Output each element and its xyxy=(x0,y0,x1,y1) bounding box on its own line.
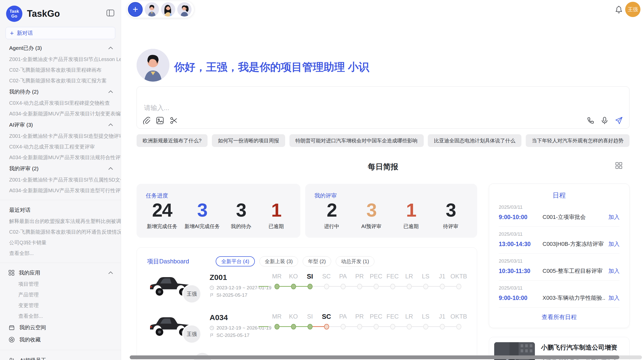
microphone-icon[interactable] xyxy=(601,117,608,124)
section-title: 我的评审 (2) xyxy=(9,165,39,172)
project-code[interactable]: Z001 xyxy=(210,273,271,282)
stat-label: 进行中 xyxy=(318,223,346,230)
brief-layout-icon[interactable] xyxy=(616,162,622,169)
notifications-bell-icon[interactable] xyxy=(615,6,623,14)
persona-avatar-2[interactable] xyxy=(161,2,175,17)
scissors-icon[interactable] xyxy=(170,117,178,124)
suggestion-chip[interactable]: 特朗普可能对进口汽车增税会对中国车企造成哪些影响 xyxy=(289,134,424,147)
recent-chat-item[interactable]: C02-飞腾新能源轻客改款项目的闭环通告反馈情况 xyxy=(0,227,121,237)
persona-avatar-1[interactable] xyxy=(145,2,159,17)
flag-icon xyxy=(210,333,214,338)
sidebar-sections: Agent已办 (3)Z001-全新燃油皮卡产品开发项目SI节点Lesson L… xyxy=(0,42,121,196)
sidebar-item[interactable]: A034-全新新能源MUV产品开发项目造型可行性评审 xyxy=(0,185,121,196)
suggestion-chip[interactable]: 比亚迪全固态电池计划具体说了什么 xyxy=(428,134,521,147)
sidebar-section-header[interactable]: 我的评审 (2) xyxy=(0,163,121,174)
milestone-label: OKTB xyxy=(450,272,467,281)
persona-avatar-3[interactable] xyxy=(177,2,192,17)
sidebar-item[interactable]: C0X4-动力总成开发项目SI里程碑提交物检查 xyxy=(0,98,121,108)
project-flag: SC-2025-05-17 xyxy=(216,333,250,338)
sidebar-section-header[interactable]: Agent已办 (3) xyxy=(0,42,121,54)
divider xyxy=(0,263,121,263)
new-chat-button[interactable]: + 新对话 xyxy=(6,27,115,39)
user-avatar[interactable]: 王强 xyxy=(625,2,640,17)
recent-chat-item[interactable]: 解释最新出台的欧盟报废车法规再生塑料比例被调至15%... xyxy=(0,216,121,227)
milestone-label: FEC xyxy=(384,272,401,281)
sidebar-item[interactable]: C02-飞腾新能源轻客改款项目立项汇报方案 xyxy=(0,75,121,86)
milestone-fec: FEC xyxy=(384,272,401,293)
sidebar-section-header[interactable]: AI评审 (3) xyxy=(0,119,121,131)
image-icon[interactable] xyxy=(156,117,164,124)
join-button[interactable]: 加入 xyxy=(608,240,620,248)
sidebar-item-label: 我的云空间 xyxy=(19,324,46,331)
stat-value: 2 xyxy=(318,200,346,220)
sidebar-item[interactable]: Z001-全新燃油轻卡产品开发项目SI造型提交物评审 xyxy=(0,131,121,141)
sidebar-item-AI超级员工[interactable]: AI超级员工 xyxy=(0,354,121,360)
daily-brief-title: 每日简报 xyxy=(137,162,630,172)
sidebar-item-label: 我的收藏 xyxy=(19,336,41,343)
sidebar-item[interactable]: A034-全新新能源MUV产品开发项目法规符合性评审 xyxy=(0,152,121,163)
project-code[interactable]: A034 xyxy=(210,313,271,322)
milestone-stepper: MRKOSISCPAPRPECFECLRLSJ1OKTB xyxy=(269,272,472,293)
project-flag: SI-2025-05-17 xyxy=(216,292,247,298)
recent-chat-item[interactable]: 公司Q3轻卡销量 xyxy=(0,237,121,248)
milestone-dot xyxy=(374,324,379,329)
suggestion-chip[interactable]: 当下年轻人对汽车外观有怎样的喜好趋势 xyxy=(526,134,630,147)
my-apps-header[interactable]: 我的应用 xyxy=(0,267,121,279)
dashboard-tab[interactable]: 年型 (2) xyxy=(303,256,331,266)
app-item[interactable]: 变更管理 xyxy=(0,300,121,311)
logo-text-top: Task xyxy=(9,9,19,14)
sidebar-item[interactable]: Z001-全新燃油轻卡产品开发项目SI节点属性5D文件评审 xyxy=(0,174,121,185)
join-button[interactable]: 加入 xyxy=(608,213,620,221)
sidebar-collapse-icon[interactable] xyxy=(107,10,114,16)
milestone-label: LS xyxy=(417,272,434,281)
app-item[interactable]: 项目管理 xyxy=(0,279,121,289)
milestone-label: MR xyxy=(269,272,285,281)
dashboard-tab[interactable]: 全新平台 (4) xyxy=(216,256,255,266)
persona-switcher: + xyxy=(127,1,194,18)
chat-input-placeholder: 请输入... xyxy=(144,103,169,112)
sidebar-item[interactable]: C02-飞腾新能源轻客改款项目里程碑画布 xyxy=(0,65,121,75)
attachment-icon[interactable] xyxy=(143,117,150,124)
view-all-schedule-link[interactable]: 查看所有日程 xyxy=(499,308,620,327)
milestone-ls: LS xyxy=(417,312,434,333)
join-button[interactable]: 加入 xyxy=(608,294,620,302)
suggestion-chip[interactable]: 如何写一份清晰的项目周报 xyxy=(212,134,285,147)
phone-icon[interactable] xyxy=(587,117,594,124)
milestone-dot-area xyxy=(417,321,434,333)
sidebar-tools: AI超级员工帮我写作创意制图 xyxy=(0,354,121,360)
horizontal-scrollbar-thumb[interactable] xyxy=(130,355,619,359)
milestone-ko: KO xyxy=(285,272,302,293)
chevron-up-icon xyxy=(108,271,113,274)
milestone-dot xyxy=(308,284,313,289)
suggestion-chip[interactable]: 欧洲新规最近颁布了什么? xyxy=(137,134,208,147)
chat-input[interactable]: 请输入... xyxy=(137,86,630,129)
task-progress-title: 任务进度 xyxy=(137,184,300,200)
milestone-dot xyxy=(291,324,296,329)
sidebar-item-我的云空间[interactable]: 我的云空间 xyxy=(0,321,121,334)
send-icon[interactable] xyxy=(615,117,623,124)
schedule-date: 2025/03/11 xyxy=(499,258,620,264)
milestone-dot xyxy=(456,324,461,329)
sidebar-item[interactable]: Z001-全新燃油皮卡产品开发项目SI节点Lesson Learn报告 xyxy=(0,54,121,65)
stat-label: 我的待办 xyxy=(227,223,255,230)
milestone-label: SC xyxy=(318,272,335,281)
sidebar-item-我的收藏[interactable]: 我的收藏 xyxy=(0,334,121,346)
app-item[interactable]: 产品管理 xyxy=(0,289,121,300)
clock-icon xyxy=(210,326,214,330)
join-button[interactable]: 加入 xyxy=(608,267,620,275)
dashboard-tab[interactable]: 动总开发 (1) xyxy=(336,256,374,266)
app-item[interactable]: 查看全部... xyxy=(0,311,121,321)
stat-value: 3 xyxy=(437,200,465,220)
view-all-chats-link[interactable]: 查看全部... xyxy=(0,248,121,259)
sidebar-section-header[interactable]: 我的待办 (2) xyxy=(0,86,121,98)
stat-value: 3 xyxy=(357,200,385,220)
sidebar-item[interactable]: A034-全新新能源MUV产品开发项目计划变更表编写 xyxy=(0,108,121,119)
my-reviews-stats: 2进行中3AI预评审1已逾期3待评审 xyxy=(305,200,477,230)
sidebar-item[interactable]: C0X4-动力总成开发项目工程变更评审 xyxy=(0,141,121,152)
add-persona-button[interactable]: + xyxy=(128,2,143,17)
milestone-dot xyxy=(423,324,428,329)
dashboard-tab[interactable]: 全新上装 (3) xyxy=(259,256,298,266)
schedule-row: 9:00-10:00X003-车辆动力学性能验...加入 xyxy=(499,294,620,302)
project-row: 王强Z0012023-12-19 ~ 2027-01-19SI-2025-05-… xyxy=(137,271,477,311)
milestone-dot xyxy=(390,284,395,289)
